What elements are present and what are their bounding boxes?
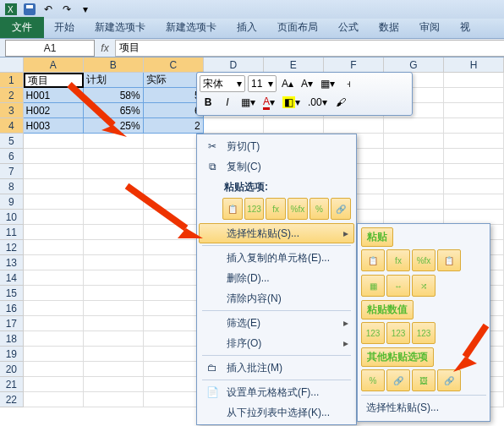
cell-c1[interactable]: 实际 <box>144 73 204 88</box>
paste-link-btn[interactable]: 🔗 <box>331 198 351 220</box>
cell[interactable] <box>144 255 204 270</box>
cell[interactable] <box>384 194 444 210</box>
col-header-d[interactable]: D <box>204 57 264 73</box>
cell[interactable] <box>24 362 84 377</box>
cell-b1[interactable]: 计划 <box>84 73 144 88</box>
cell[interactable] <box>24 331 84 347</box>
tab-insert[interactable]: 插入 <box>227 17 267 38</box>
tab-formula[interactable]: 公式 <box>328 17 369 38</box>
italic-icon[interactable]: I <box>219 94 236 111</box>
sub-other-link[interactable]: 🔗 <box>386 369 410 391</box>
font-combo[interactable]: 宋体▾ <box>200 75 245 92</box>
cell-b3[interactable]: 65% <box>84 103 144 118</box>
cell[interactable] <box>144 164 204 179</box>
cell[interactable] <box>204 118 264 134</box>
paste-btn[interactable]: 📋 <box>222 198 243 220</box>
menu-format-cells[interactable]: 📄设置单元格格式(F)... <box>199 382 354 402</box>
row-header[interactable]: 9 <box>0 194 24 210</box>
sub-other-pct[interactable]: % <box>361 369 385 391</box>
cell[interactable] <box>84 149 144 164</box>
row-header[interactable]: 15 <box>0 286 24 301</box>
cell[interactable] <box>444 194 504 210</box>
tab-data[interactable]: 数据 <box>369 17 409 38</box>
cell[interactable] <box>144 134 204 149</box>
cell[interactable] <box>84 362 144 377</box>
menu-filter[interactable]: 筛选(E)▸ <box>199 313 354 333</box>
sub-paste-fx[interactable]: fx <box>386 249 410 271</box>
menu-copy[interactable]: ⧉复制(C) <box>199 156 354 177</box>
redo-icon[interactable]: ↷ <box>59 2 74 17</box>
row-header[interactable]: 14 <box>0 270 24 286</box>
row-header[interactable]: 6 <box>0 149 24 164</box>
cell[interactable] <box>24 225 84 240</box>
row-header[interactable]: 20 <box>0 362 24 377</box>
cell[interactable] <box>384 149 444 164</box>
cell[interactable] <box>84 331 144 347</box>
row-header[interactable]: 16 <box>0 301 24 316</box>
col-header-b[interactable]: B <box>84 57 144 73</box>
cell[interactable] <box>24 301 84 316</box>
font-color-icon[interactable]: A▾ <box>260 94 277 111</box>
row-header[interactable]: 5 <box>0 134 24 149</box>
cell[interactable] <box>384 179 444 194</box>
row-header[interactable]: 19 <box>0 347 24 362</box>
cell[interactable] <box>444 134 504 149</box>
border-icon[interactable]: ▦▾ <box>238 94 258 111</box>
cell[interactable] <box>84 255 144 270</box>
formula-input[interactable]: 项目 <box>115 40 504 57</box>
name-box[interactable]: A1 <box>5 40 95 57</box>
cell[interactable] <box>444 103 504 118</box>
qat-dropdown-icon[interactable]: ▾ <box>78 2 93 17</box>
paste-values-btn[interactable]: 123 <box>244 198 265 220</box>
cell[interactable] <box>144 179 204 194</box>
cell[interactable] <box>24 179 84 194</box>
cell[interactable] <box>84 392 144 407</box>
cell-a2[interactable]: H001 <box>24 88 84 103</box>
undo-icon[interactable]: ↶ <box>41 2 56 17</box>
cell[interactable] <box>144 240 204 255</box>
menu-delete[interactable]: 删除(D)... <box>199 268 354 288</box>
cell[interactable] <box>444 88 504 103</box>
row-header[interactable]: 10 <box>0 210 24 225</box>
cell[interactable] <box>24 149 84 164</box>
menu-clear[interactable]: 清除内容(N) <box>199 288 354 309</box>
cell[interactable] <box>24 286 84 301</box>
cell[interactable] <box>84 301 144 316</box>
sub-paste-width[interactable]: ↔ <box>386 275 410 297</box>
format-painter-icon[interactable]: 🖌 <box>332 94 349 111</box>
size-combo[interactable]: 11▾ <box>248 75 277 92</box>
cell[interactable] <box>24 164 84 179</box>
row-header[interactable]: 13 <box>0 255 24 270</box>
row-header[interactable]: 8 <box>0 179 24 194</box>
sub-vals-2[interactable]: 123 <box>386 322 410 344</box>
cell[interactable] <box>444 73 504 88</box>
cell[interactable] <box>84 134 144 149</box>
cell-a1[interactable]: 项目 <box>24 73 84 88</box>
cell[interactable] <box>444 118 504 134</box>
fx-icon[interactable]: fx <box>95 42 115 54</box>
cell[interactable] <box>444 164 504 179</box>
cell[interactable] <box>84 194 144 210</box>
cell[interactable] <box>84 225 144 240</box>
sub-paste-special-link[interactable]: 选择性粘贴(S)... <box>361 398 486 418</box>
cell-b2[interactable]: 58% <box>84 88 144 103</box>
col-header-c[interactable]: C <box>144 57 204 73</box>
menu-paste-special[interactable]: 选择性粘贴(S)...▸ <box>199 223 354 243</box>
cell[interactable] <box>444 149 504 164</box>
sub-paste-all[interactable]: 📋 <box>361 249 385 271</box>
cell[interactable] <box>84 347 144 362</box>
paste-pctfx-btn[interactable]: %fx <box>288 198 308 220</box>
menu-insert-copied[interactable]: 插入复制的单元格(E)... <box>199 248 354 268</box>
col-header-a[interactable]: A <box>24 57 84 73</box>
row-header[interactable]: 7 <box>0 164 24 179</box>
sub-other-linkpic[interactable]: 🔗 <box>437 369 461 391</box>
cell[interactable] <box>84 179 144 194</box>
cell[interactable] <box>144 286 204 301</box>
cell-b4[interactable]: 25% <box>84 118 144 134</box>
cell[interactable] <box>384 118 444 134</box>
cell[interactable] <box>84 164 144 179</box>
cell[interactable] <box>144 194 204 210</box>
cell[interactable] <box>144 225 204 240</box>
grow-font-icon[interactable]: A▴ <box>279 75 296 92</box>
tab-new1[interactable]: 新建选项卡 <box>85 17 156 38</box>
